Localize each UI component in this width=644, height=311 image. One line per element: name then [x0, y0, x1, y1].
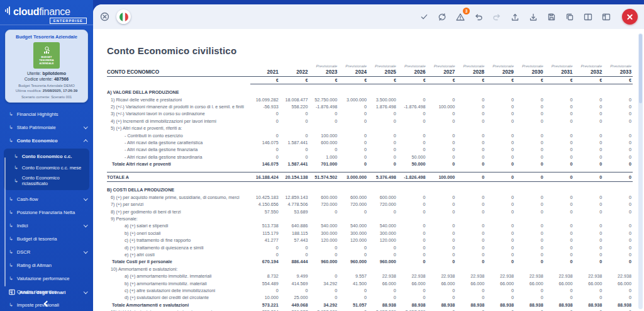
cell-value: 120.000 — [338, 237, 368, 243]
sidebar-item-analisi-degli-scenari[interactable]: Analisi degli scenari — [0, 285, 93, 300]
cell-value: 0 — [368, 118, 397, 124]
panel-board-icon[interactable] — [601, 12, 611, 22]
circled-x-icon[interactable] — [99, 11, 110, 22]
cell-value: 300.000 — [338, 230, 368, 236]
cell-value: 66.000 — [397, 281, 427, 286]
brand-name: cloudfinance — [13, 7, 70, 17]
cell-value: 10.000 — [250, 295, 280, 300]
split-columns-icon[interactable] — [583, 12, 593, 22]
cell-value: 0 — [574, 154, 603, 160]
confirm-check-icon[interactable] — [419, 12, 429, 21]
cell-value: 0 — [603, 288, 633, 293]
collapse-sidebar-icon[interactable] — [43, 301, 50, 307]
sidebar-item-financial-highlights[interactable]: ↳Financial Highlights — [0, 108, 93, 121]
scrollbar-thumb[interactable] — [639, 34, 642, 103]
cell-value: 0 — [338, 154, 368, 160]
sidebar-item-conto-economico-c-c[interactable]: ↳Conto Economico c.c. — [4, 150, 89, 162]
cell-value: 0 — [397, 201, 427, 207]
cell-value: 414.569 — [280, 281, 309, 286]
cell-value: 0 — [545, 140, 574, 145]
cell-value: 0 — [280, 118, 309, 124]
cell-value: 0 — [427, 154, 457, 160]
sidebar-item-indici[interactable]: ↳Indici — [0, 219, 93, 232]
row-label: a) (+) salari e stipendi — [107, 223, 250, 229]
cell-value: 0 — [368, 133, 397, 139]
save-icon[interactable] — [547, 12, 557, 22]
cell-value: 0 — [486, 230, 515, 236]
sync-icon[interactable] — [437, 12, 447, 22]
previsionale-label: Previsionale — [486, 64, 515, 68]
sidebar-item-stato-patrimoniale[interactable]: ↳Stato Patrimoniale — [0, 121, 93, 134]
last-modified: Ultima modifica: 25/08/2025, 17:26:39 — [8, 89, 85, 93]
sidebar-item-rating-di-altman[interactable]: ↳Rating di Altman — [0, 259, 93, 272]
cell-value: 0 — [515, 133, 545, 139]
cell-value: 0 — [545, 288, 574, 293]
sidebar-item-label: Analisi degli scenari — [19, 290, 82, 295]
cell-value: 0 — [486, 97, 515, 103]
cell-value: 0 — [368, 252, 397, 257]
undo-icon[interactable] — [474, 12, 484, 22]
cell-value: 0 — [515, 154, 545, 160]
budget-pictogram-icon — [43, 46, 51, 54]
subdirectory-arrow-icon: ↳ — [9, 249, 13, 255]
alerts-warning-icon[interactable]: 3 — [455, 12, 465, 22]
table-row: - Altri ricavi della gestione straordina… — [107, 154, 633, 161]
sidebar-item-conto-economico-riclassificato[interactable]: ↳Conto Economico riclassificato — [4, 173, 89, 188]
table-row: B) COSTI DELLA PRODUZIONE — [107, 186, 633, 193]
sidebar-item-valutazione-performance[interactable]: ↳Valutazione performance — [0, 272, 93, 285]
cell-value: 0 — [574, 195, 603, 200]
table-row: 10) Ammortamenti e svalutazioni: — [107, 266, 633, 273]
cell-value: 0 — [515, 259, 545, 264]
sidebar-item-budget-di-tesoreria[interactable]: ↳Budget di tesoreria — [0, 232, 93, 246]
cell-value: 0 — [397, 97, 427, 103]
close-button[interactable] — [622, 9, 638, 25]
redo-icon[interactable] — [492, 12, 502, 22]
cell-value: 4.150.656 — [250, 201, 280, 207]
subdirectory-arrow-icon: ↳ — [9, 263, 13, 268]
sidebar-item-conto-economico-c-c-mese[interactable]: ↳Conto Economico c.c. mese — [4, 162, 89, 173]
cell-value: 600.000 — [338, 195, 368, 200]
cell-value: 0 — [456, 118, 486, 124]
cell-value: 0 — [545, 237, 574, 243]
upload-icon[interactable] — [510, 12, 520, 22]
toolbar: 3 — [93, 4, 644, 29]
subdirectory-arrow-icon: ↳ — [9, 223, 13, 229]
cell-value: 25.000 — [280, 295, 309, 300]
row-label: c) (+) trattamento di fine rapporto — [107, 237, 250, 243]
sidebar-item-conto-economico[interactable]: ↳Conto Economico — [0, 134, 93, 147]
cell-value: 0 — [603, 154, 633, 160]
cell-value: 0 — [280, 252, 309, 257]
year-header: 2026 — [397, 69, 427, 75]
sidebar-item-label: Indici — [17, 223, 82, 229]
subdirectory-arrow-icon: ↳ — [9, 111, 13, 117]
row-label: Totale Altri ricavi e proventi — [107, 161, 250, 167]
cell-value: 0 — [368, 147, 397, 152]
table-row: Totale Ammortamenti e svalutazioni573.22… — [107, 302, 633, 308]
cell-value: 0 — [574, 174, 603, 180]
sidebar-item-label: DSCR — [17, 249, 82, 255]
cell-value: 670.194 — [250, 259, 280, 264]
language-italian-flag[interactable] — [116, 9, 131, 24]
previsionale-label: Previsionale — [515, 64, 545, 68]
cell-value: 0 — [515, 104, 545, 110]
vertical-scrollbar[interactable] — [638, 33, 643, 309]
download-icon[interactable] — [528, 12, 538, 22]
year-header: 2023 — [309, 69, 339, 75]
cell-value: 0 — [574, 288, 603, 293]
cell-value: 554.489 — [250, 281, 280, 286]
sidebar-item-posizione-finanziaria-netta[interactable]: ↳Posizione Finanziaria Netta — [0, 206, 93, 219]
previsionale-label: Previsionale — [574, 64, 603, 68]
sidebar-scrollbar[interactable] — [4, 157, 6, 286]
copy-icon[interactable] — [565, 12, 575, 22]
year-header: 2022 — [280, 69, 309, 75]
cell-value: 0 — [250, 252, 280, 257]
sidebar-item-dscr[interactable]: ↳DSCR — [0, 246, 93, 259]
thumbnail-label: BUDGET TESORERIA AZIENDALE — [35, 55, 58, 65]
cell-value: 0 — [456, 174, 486, 180]
currency-symbol: € — [250, 78, 280, 82]
cell-value: 12.859.143 — [280, 195, 309, 200]
cell-value: 0 — [250, 245, 280, 251]
previsionale-label: Previsionale — [427, 64, 457, 68]
sidebar-item-cash-flow[interactable]: ↳Cash-flow — [0, 193, 93, 206]
year-header: 2032 — [574, 69, 603, 75]
